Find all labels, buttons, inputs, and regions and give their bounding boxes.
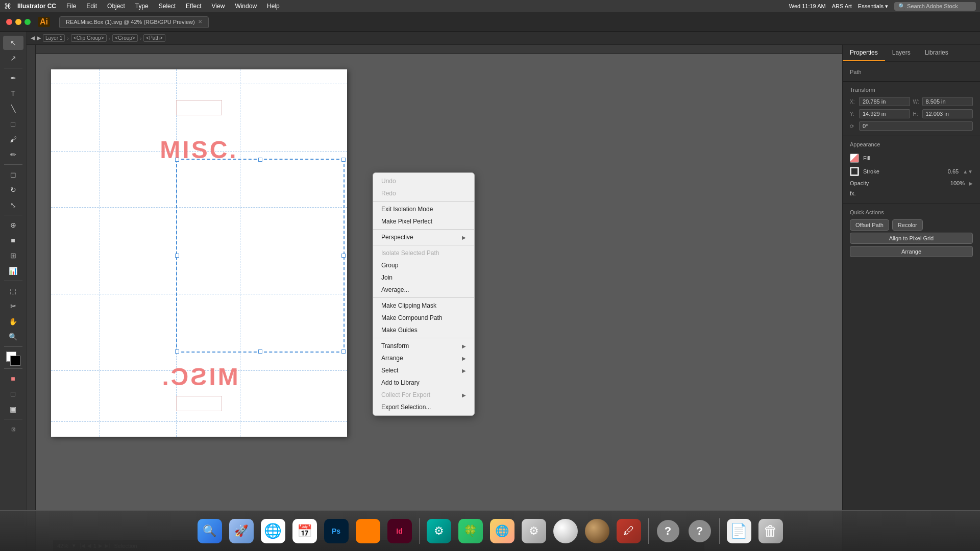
tool-direct-selection[interactable]: ↗ [3,51,23,65]
offset-path-button[interactable]: Offset Path [850,219,889,231]
fill-color-preview[interactable] [850,154,859,163]
ctx-average[interactable]: Average... [373,284,474,296]
handle-bl[interactable] [175,349,179,354]
dock-app6[interactable]: 🍀 [456,517,485,545]
tab-layers[interactable]: Layers [885,45,918,61]
tool-blend[interactable]: ⊕ [3,218,23,232]
tool-paintbrush[interactable]: 🖌 [3,132,23,146]
tool-mesh[interactable]: ⊞ [3,248,23,263]
dock-app-red[interactable]: 🖊 [615,517,643,545]
tool-extra-1[interactable]: ■ [3,371,23,386]
tool-extra-3[interactable]: ▣ [3,402,23,416]
arrange-button[interactable]: Arrange [850,246,973,257]
dock-chrome[interactable]: 🌐 [259,517,287,545]
tool-line[interactable]: ╲ [3,102,23,116]
tool-libraries[interactable]: ⊡ [3,422,23,436]
tool-extra-2[interactable]: □ [3,387,23,401]
selected-path[interactable] [176,159,345,353]
dock-question2[interactable]: ? [685,517,714,545]
ctx-group[interactable]: Group [373,259,474,271]
dock-indesign[interactable]: Id [385,517,414,545]
ctx-make-guides[interactable]: Make Guides [373,324,474,336]
tool-eraser[interactable]: ◻ [3,167,23,182]
ctx-add-library[interactable]: Add to Library [373,377,474,389]
ctx-clipping-mask[interactable]: Make Clipping Mask [373,299,474,312]
dock-ball2[interactable] [583,517,611,545]
tool-shape[interactable]: □ [3,117,23,131]
ctx-compound-path[interactable]: Make Compound Path [373,312,474,324]
dock-finder[interactable]: 🔍 [195,517,224,545]
menu-type[interactable]: Type [131,2,153,11]
ctx-perspective[interactable]: Perspective ▶ [373,231,474,243]
ctx-select[interactable]: Select ▶ [373,364,474,377]
menu-edit[interactable]: Edit [82,2,101,11]
opacity-arrow[interactable]: ▶ [969,181,973,186]
stroke-color-preview[interactable] [850,167,859,176]
transform-x-value[interactable]: 20.785 in [859,97,910,106]
ctx-redo[interactable]: Redo [373,187,474,199]
breadcrumb-nav-next[interactable]: ▶ [37,35,41,41]
breadcrumb-nav-prev[interactable]: ◀ [31,35,35,41]
handle-br[interactable] [341,349,346,354]
tool-type[interactable]: T [3,86,23,101]
transform-w-value[interactable]: 8.505 in [922,97,973,106]
apple-logo-icon[interactable]: ⌘ [4,2,11,10]
align-pixel-grid-button[interactable]: Align to Pixel Grid [850,233,973,244]
ctx-pixel-perfect[interactable]: Make Pixel Perfect [373,215,474,228]
stroke-stepper[interactable]: ▲▼ [963,169,973,174]
menu-effect[interactable]: Effect [182,2,205,11]
tool-selection[interactable]: ↖ [3,36,23,50]
ctx-join[interactable]: Join [373,271,474,284]
dock-calendar[interactable]: 📅 [290,517,319,545]
dock-finder2[interactable]: 📄 [725,517,753,545]
ctx-export-selection[interactable]: Export Selection... [373,401,474,413]
close-button[interactable] [6,19,12,25]
ctx-transform[interactable]: Transform ▶ [373,340,474,352]
tab-close-button[interactable]: ✕ [198,19,202,24]
breadcrumb-path[interactable]: <Path> [143,34,165,42]
handle-tr[interactable] [341,158,346,162]
ctx-exit-isolation[interactable]: Exit Isolation Mode [373,203,474,215]
artboard[interactable]: MISC. [51,69,347,437]
handle-tm[interactable] [258,158,262,162]
tool-zoom[interactable]: 🔍 [3,330,23,344]
ctx-undo[interactable]: Undo [373,175,474,187]
breadcrumb-clipgroup[interactable]: <Clip Group> [71,34,106,42]
handle-ml[interactable] [175,254,179,258]
rotation-value[interactable]: 0° [859,121,973,131]
tool-scale[interactable]: ⤡ [3,198,23,212]
tool-hand[interactable]: ✋ [3,314,23,329]
tool-slice[interactable]: ✂ [3,299,23,313]
opacity-value[interactable]: 100% [950,180,965,186]
search-adobe-stock[interactable]: 🔍 Search Adobe Stock [894,2,976,11]
document-tab[interactable]: REALMisc.Box (1).svg @ 42% (RGB/GPU Prev… [59,16,209,28]
dock-app5[interactable]: ⚙ [425,517,453,545]
dock-photoshop[interactable]: Ps [322,517,351,545]
menu-view[interactable]: View [208,2,229,11]
tab-properties[interactable]: Properties [843,45,885,61]
menu-window[interactable]: Window [231,2,261,11]
tool-rotate[interactable]: ↻ [3,183,23,197]
transform-y-value[interactable]: 14.929 in [859,109,910,118]
tool-pen[interactable]: ✒ [3,71,23,85]
canvas-area[interactable]: MISC. [27,45,842,551]
dock-launchpad[interactable]: 🚀 [227,517,256,545]
color-swatch-pair[interactable] [6,352,20,366]
tool-pencil[interactable]: ✏ [3,147,23,162]
handle-bm[interactable] [258,349,262,354]
handle-tl[interactable] [175,158,179,162]
menu-help[interactable]: Help [263,2,284,11]
dock-app8[interactable]: ⚙ [520,517,548,545]
dock-app7[interactable]: 🌐 [488,517,517,545]
maximize-button[interactable] [24,19,31,25]
dock-trash[interactable]: 🗑 [756,517,785,545]
tool-artboard[interactable]: ⬚ [3,284,23,298]
menu-essentials[interactable]: Essentials ▾ [858,3,888,10]
recolor-button[interactable]: Recolor [892,219,923,231]
tool-gradient[interactable]: ■ [3,233,23,247]
ctx-isolate-path[interactable]: Isolate Selected Path [373,247,474,259]
menu-select[interactable]: Select [155,2,180,11]
dock-question1[interactable]: ? [654,517,682,545]
menu-file[interactable]: File [62,2,80,11]
breadcrumb-layer1[interactable]: Layer 1 [43,34,65,42]
